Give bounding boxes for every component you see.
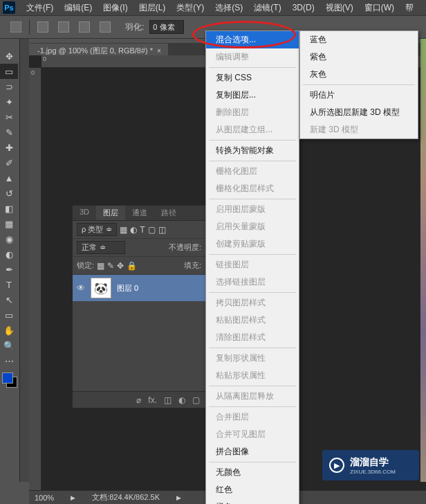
- magic-wand-tool-icon[interactable]: ✦: [0, 94, 18, 109]
- menu-select[interactable]: 选择(S): [210, 1, 248, 15]
- menu-layer[interactable]: 图层(L): [133, 1, 172, 15]
- menu-item[interactable]: 明信片: [300, 87, 418, 104]
- zoom-arrow-icon[interactable]: ▶: [71, 494, 75, 501]
- menu-item: 链接图层: [206, 256, 299, 273]
- menu-window[interactable]: 窗口(W): [359, 1, 400, 15]
- path-tool-icon[interactable]: ↖: [0, 292, 18, 307]
- move-tool-icon[interactable]: ✥: [0, 48, 18, 64]
- add-selection-icon[interactable]: [56, 19, 71, 35]
- doc-arrow-icon[interactable]: ▶: [176, 494, 181, 501]
- lock-position-icon[interactable]: ✥: [117, 261, 124, 271]
- menu-file[interactable]: 文件(F): [21, 1, 59, 15]
- ruler-tick: 0: [43, 55, 46, 62]
- menu-separator: [209, 67, 296, 68]
- menu-help[interactable]: 帮: [400, 1, 419, 15]
- layer-row[interactable]: 👁 🐼 图层 0: [73, 275, 205, 301]
- hand-tool-icon[interactable]: ✋: [0, 323, 18, 338]
- filter-adjust-icon[interactable]: ◐: [130, 225, 137, 235]
- menu-item: 编辑调整: [206, 48, 299, 66]
- history-brush-tool-icon[interactable]: ↺: [0, 186, 18, 201]
- menu-item: 粘贴形状属性: [206, 367, 299, 384]
- doc-size[interactable]: 文档:824.4K/862.5K: [92, 492, 160, 503]
- menu-separator: [303, 84, 415, 85]
- intersect-selection-icon[interactable]: [98, 19, 113, 35]
- layer-context-submenu: 蓝色紫色灰色明信片从所选图层新建 3D 模型新建 3D 模型: [299, 30, 418, 139]
- crop-tool-icon[interactable]: ✂: [0, 109, 18, 125]
- stamp-tool-icon[interactable]: ▲: [0, 170, 18, 186]
- visibility-icon[interactable]: 👁: [77, 283, 85, 293]
- group-icon[interactable]: ▢: [192, 395, 200, 405]
- menu-item[interactable]: 混合选项...: [206, 31, 299, 48]
- layer-name-label[interactable]: 图层 0: [117, 283, 138, 294]
- menu-separator: [209, 348, 296, 348]
- fill-label: 填充:: [184, 260, 201, 271]
- tab-3d[interactable]: 3D: [73, 206, 96, 220]
- menu-item[interactable]: 紫色: [300, 48, 418, 66]
- lock-all-icon[interactable]: 🔒: [127, 261, 137, 271]
- menu-item[interactable]: 红色: [206, 481, 299, 498]
- blend-mode-dropdown[interactable]: 正常≑: [77, 241, 125, 254]
- menu-separator: [209, 462, 296, 462]
- menu-item: 创建剪贴蒙版: [206, 235, 299, 253]
- edit-toolbar-icon[interactable]: ⋯: [0, 353, 18, 368]
- gradient-tool-icon[interactable]: ▦: [0, 216, 18, 231]
- tab-paths[interactable]: 路径: [154, 206, 183, 220]
- blend-row: 正常≑ 不透明度:: [73, 239, 205, 257]
- tab-layers[interactable]: 图层: [96, 206, 125, 220]
- layer-thumbnail[interactable]: 🐼: [91, 278, 111, 298]
- new-selection-icon[interactable]: [35, 19, 50, 35]
- menu-view[interactable]: 视图(V): [320, 1, 359, 15]
- eraser-tool-icon[interactable]: ◧: [0, 201, 18, 216]
- adjustment-layer-icon[interactable]: ◐: [178, 395, 185, 405]
- current-tool-icon[interactable]: [8, 19, 24, 35]
- filter-kind-dropdown[interactable]: ρ 类型≑: [77, 223, 117, 236]
- menu-image[interactable]: 图像(I): [98, 1, 133, 15]
- healing-tool-icon[interactable]: ✚: [0, 140, 18, 155]
- layer-style-icon[interactable]: fx.: [148, 395, 157, 405]
- dodge-tool-icon[interactable]: ◐: [0, 246, 18, 262]
- filter-pixel-icon[interactable]: ▦: [120, 225, 127, 235]
- lock-transparency-icon[interactable]: ▦: [97, 261, 104, 271]
- panel-tabs: 3D 图层 通道 路径: [73, 206, 205, 221]
- menu-item[interactable]: 转换为智能对象: [206, 142, 299, 159]
- menu-item[interactable]: 从所选图层新建 3D 模型: [300, 104, 418, 121]
- menu-item[interactable]: 无颜色: [206, 464, 299, 481]
- menu-separator: [209, 292, 296, 293]
- lasso-tool-icon[interactable]: ⊃: [0, 79, 18, 94]
- menu-item: 粘贴图层样式: [206, 312, 299, 329]
- menu-item[interactable]: 复制 CSS: [206, 69, 299, 87]
- marquee-tool-icon[interactable]: ▭: [0, 64, 18, 79]
- toolbox-divider: [19, 39, 29, 482]
- layer-mask-icon[interactable]: ◫: [164, 395, 172, 405]
- menu-item[interactable]: 蓝色: [300, 31, 418, 48]
- shape-tool-icon[interactable]: ▭: [0, 307, 18, 323]
- doc-tab-close-icon[interactable]: ×: [157, 47, 161, 55]
- menu-edit[interactable]: 编辑(E): [59, 1, 98, 15]
- filter-shape-icon[interactable]: ▢: [148, 225, 156, 235]
- zoom-tool-icon[interactable]: 🔍: [0, 338, 18, 353]
- pen-tool-icon[interactable]: ✒: [0, 262, 18, 277]
- subtract-selection-icon[interactable]: [77, 19, 92, 35]
- lock-pixels-icon[interactable]: ✎: [107, 261, 114, 271]
- menu-type[interactable]: 类型(Y): [171, 1, 210, 15]
- menu-item[interactable]: 灰色: [300, 66, 418, 83]
- link-layers-icon[interactable]: ⌀: [136, 395, 141, 405]
- brush-tool-icon[interactable]: ✐: [0, 155, 18, 170]
- zoom-level[interactable]: 100%: [35, 494, 54, 502]
- filter-type-icon[interactable]: T: [140, 225, 145, 235]
- menu-filter[interactable]: 滤镜(T): [248, 1, 286, 15]
- feather-input[interactable]: [149, 20, 184, 34]
- filter-smart-icon[interactable]: ◫: [158, 225, 166, 235]
- tab-channels[interactable]: 通道: [125, 206, 154, 220]
- menu-item: 启用矢量蒙版: [206, 218, 299, 235]
- menu-3d[interactable]: 3D(D): [287, 1, 320, 14]
- menu-item: 拷贝图层样式: [206, 294, 299, 312]
- color-swatches[interactable]: [2, 372, 17, 388]
- menu-item[interactable]: 复制图层...: [206, 87, 299, 104]
- menu-item[interactable]: 拼合图像: [206, 443, 299, 460]
- menu-item[interactable]: 橙色: [206, 498, 299, 504]
- type-tool-icon[interactable]: T: [0, 277, 18, 292]
- fg-color-swatch[interactable]: [2, 372, 13, 384]
- eyedropper-tool-icon[interactable]: ✎: [0, 125, 18, 140]
- blur-tool-icon[interactable]: ◉: [0, 231, 18, 246]
